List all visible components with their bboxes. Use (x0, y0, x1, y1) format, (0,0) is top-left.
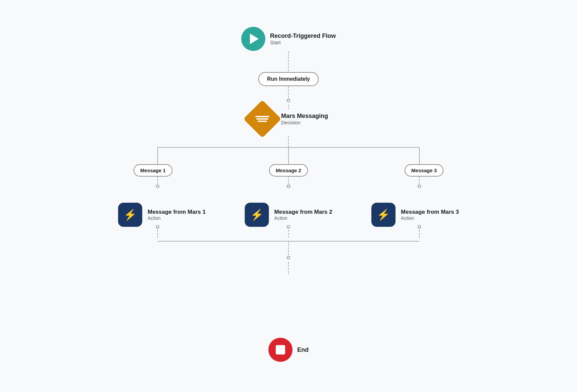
action-node-3[interactable]: ⚡ Message from Mars 3 Action (371, 203, 459, 227)
run-immediately-label: Run Immediately (267, 76, 310, 82)
branch-label-2[interactable]: Message 2 (269, 164, 308, 177)
end-label: End (297, 346, 309, 353)
stop-icon (276, 345, 285, 354)
decision-diamond-shape (243, 100, 281, 138)
decision-title: Mars Messaging (281, 113, 328, 120)
branch-2-text: Message 2 (276, 168, 301, 173)
decision-node[interactable]: Mars Messaging Decision (249, 106, 328, 132)
start-subtitle: Start (270, 40, 336, 45)
decision-diamond (249, 106, 276, 132)
action-label-2: Message from Mars 2 Action (274, 209, 332, 221)
play-icon (250, 34, 259, 44)
filter-line-1 (255, 116, 269, 117)
action-sub-2: Action (274, 215, 332, 221)
dot-branch3-top (418, 185, 421, 188)
end-node[interactable]: End (268, 338, 309, 362)
decision-icon (255, 116, 269, 122)
action-node-2[interactable]: ⚡ Message from Mars 2 Action (245, 203, 332, 227)
start-title: Record-Triggered Flow (270, 32, 336, 40)
action-label-1: Message from Mars 1 Action (148, 209, 206, 221)
branch-1-text: Message 1 (140, 168, 166, 173)
action-title-2: Message from Mars 2 (274, 209, 332, 215)
dot-branch1-top (156, 185, 159, 188)
action-node-1[interactable]: ⚡ Message from Mars 1 Action (118, 203, 206, 227)
action-title-1: Message from Mars 1 (148, 209, 206, 215)
start-circle (241, 27, 265, 51)
lightning-icon-2: ⚡ (250, 208, 264, 221)
branch-label-3[interactable]: Message 3 (405, 164, 443, 177)
lightning-icon-1: ⚡ (123, 208, 137, 221)
start-label: Record-Triggered Flow Start (270, 32, 336, 45)
start-node[interactable]: Record-Triggered Flow Start (241, 27, 336, 51)
dot-branch2-top (287, 185, 290, 188)
dot-before-end (287, 256, 290, 259)
decision-label: Mars Messaging Decision (281, 113, 328, 125)
action-sub-1: Action (148, 215, 206, 221)
action-title-3: Message from Mars 3 (401, 209, 459, 215)
action-sub-3: Action (401, 215, 459, 221)
run-immediately-node[interactable]: Run Immediately (258, 72, 319, 86)
branch-3-text: Message 3 (411, 168, 437, 173)
action-icon-1: ⚡ (118, 203, 142, 227)
action-label-3: Message from Mars 3 Action (401, 209, 459, 221)
branch-label-1[interactable]: Message 1 (134, 164, 172, 177)
action-icon-3: ⚡ (371, 203, 396, 227)
filter-line-2 (256, 118, 268, 120)
filter-line-3 (258, 121, 267, 122)
lightning-icon-3: ⚡ (377, 208, 390, 221)
run-immediately-box: Run Immediately (258, 72, 319, 86)
action-icon-2: ⚡ (245, 203, 269, 227)
flow-canvas: Record-Triggered Flow Start Run Immediat… (104, 20, 473, 372)
dot-run-to-decision (287, 99, 290, 102)
decision-subtitle: Decision (281, 120, 328, 125)
end-circle (268, 338, 293, 362)
